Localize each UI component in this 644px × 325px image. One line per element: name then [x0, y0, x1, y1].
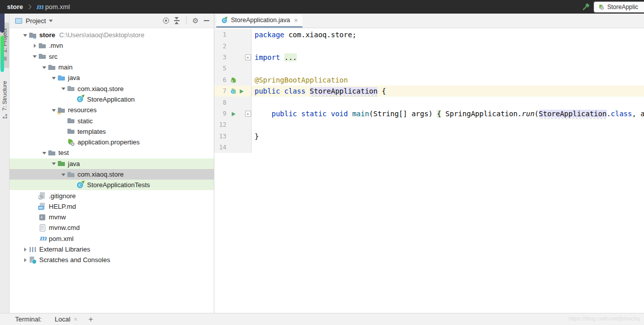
- collapse-arrow-icon[interactable]: [31, 53, 38, 60]
- tree-item-application-properties[interactable]: application.properties: [10, 137, 214, 147]
- tree-item-store[interactable]: storeC:\Users\xiaoq\Desktop\store: [10, 30, 214, 40]
- breadcrumb-file[interactable]: pom.xml: [35, 3, 70, 11]
- tree-item-storeapplicationtests[interactable]: StoreApplicationTests: [10, 180, 214, 190]
- close-tab-icon[interactable]: ×: [294, 17, 298, 24]
- close-terminal-tab-icon[interactable]: ×: [74, 316, 77, 323]
- settings-gear-icon[interactable]: [192, 17, 200, 25]
- folder-test-icon: [57, 159, 65, 168]
- scroll-pill-green[interactable]: [1, 36, 4, 72]
- line-number: 6: [214, 76, 226, 84]
- collapse-arrow-icon[interactable]: [50, 107, 57, 114]
- tree-item-com-xiaoq-store[interactable]: com.xiaoq.store: [10, 83, 214, 94]
- hide-panel-icon[interactable]: [203, 17, 211, 25]
- collapse-arrow-icon[interactable]: [22, 32, 29, 39]
- collapse-arrow-icon[interactable]: [41, 64, 48, 71]
- tree-item-label: Scratches and Consoles: [39, 256, 110, 264]
- project-panel-title[interactable]: Project: [26, 17, 46, 25]
- tree-item-label: StoreApplicationTests: [87, 181, 150, 189]
- collapse-arrow-icon[interactable]: [41, 149, 48, 156]
- tool-button-structure[interactable]: 7: Structure: [0, 77, 9, 124]
- tree-item-test[interactable]: test: [10, 147, 214, 158]
- code-line-7[interactable]: 7public class StoreApplication {: [214, 86, 644, 97]
- folder-source-icon: [57, 74, 65, 82]
- terminal-tab-local[interactable]: Local ×: [55, 315, 77, 323]
- package-icon: [67, 171, 75, 179]
- tree-item-label: java: [68, 74, 80, 82]
- collapse-arrow-icon[interactable]: [60, 85, 67, 92]
- terminal-label[interactable]: Terminal:: [15, 315, 42, 323]
- breadcrumb-project[interactable]: store: [7, 3, 23, 11]
- code-text: [252, 142, 644, 153]
- project-tree: storeC:\Users\xiaoq\Desktop\store.mvnsrc…: [10, 28, 214, 313]
- code-text: [252, 63, 644, 74]
- tree-item-scratches-and-consoles[interactable]: Scratches and Consoles: [10, 255, 214, 265]
- collapse-arrow-icon[interactable]: [60, 171, 67, 178]
- tree-item-storeapplication[interactable]: StoreApplication: [10, 94, 214, 105]
- collapse-all-icon[interactable]: [173, 17, 181, 25]
- folder-icon: [67, 127, 75, 135]
- code-text: [252, 40, 644, 51]
- tree-item--gitignore[interactable]: .gitignore: [10, 190, 214, 201]
- run-configuration-label: StoreApplic: [607, 4, 638, 11]
- tree-item-label: mvnw.cmd: [49, 224, 79, 231]
- watermark: https://blog.csdn.net/jlshachq: [569, 315, 640, 321]
- expand-arrow-icon[interactable]: [22, 258, 29, 262]
- collapse-arrow-icon[interactable]: [50, 160, 57, 167]
- tree-item-java[interactable]: java: [10, 158, 214, 169]
- tree-item-label: HELP.md: [49, 203, 76, 210]
- project-panel-header: Project: [10, 14, 214, 28]
- run-arrow-icon[interactable]: [238, 88, 245, 94]
- code-text: public class StoreApplication {: [252, 86, 644, 97]
- class-run-icon: [76, 181, 85, 189]
- code-line-13[interactable]: 13}: [214, 131, 644, 142]
- expand-arrow-icon[interactable]: [22, 248, 29, 252]
- scroll-pill-dark: [0, 14, 5, 33]
- expand-arrow-icon[interactable]: [31, 44, 38, 48]
- code-line-9[interactable]: 9 public static void main(String[] args)…: [214, 108, 644, 119]
- run-arrow-icon[interactable]: [230, 111, 236, 117]
- code-line-12[interactable]: 12: [214, 119, 644, 130]
- code-editor[interactable]: 1package com.xiaoq.store;23import ...56@…: [214, 28, 644, 313]
- new-terminal-button[interactable]: +: [89, 315, 93, 324]
- tree-item-external-libraries[interactable]: External Libraries: [10, 244, 214, 255]
- tree-item-java[interactable]: java: [10, 72, 214, 83]
- tree-item-static[interactable]: static: [10, 115, 214, 126]
- tree-item-help-md[interactable]: HELP.md: [10, 201, 214, 212]
- fold-marker-icon[interactable]: [245, 111, 251, 117]
- tree-item-pom-xml[interactable]: pom.xml: [10, 233, 214, 244]
- line-number: 12: [214, 121, 226, 128]
- code-line-2[interactable]: 2: [214, 40, 644, 51]
- code-line-5[interactable]: 5: [214, 63, 644, 74]
- project-panel: Project storeC:\Users\xiaoq\Desktop\stor…: [10, 14, 214, 313]
- tree-item-label: store: [39, 31, 55, 39]
- text-file-icon: [38, 224, 46, 232]
- structure-tool-label: 7: Structure: [2, 81, 8, 111]
- tree-item-src[interactable]: src: [10, 51, 214, 62]
- chevron-down-icon[interactable]: [49, 20, 53, 24]
- tree-item-main[interactable]: main: [10, 62, 214, 72]
- code-text: import ...: [252, 52, 644, 63]
- tree-item-com-xiaoq-store[interactable]: com.xiaoq.store: [10, 169, 214, 180]
- code-text: public static void main(String[] args) {…: [252, 108, 644, 119]
- tree-item-label: application.properties: [77, 138, 140, 146]
- tree-item--mvn[interactable]: .mvn: [10, 40, 214, 51]
- code-line-6[interactable]: 6@SpringBootApplication: [214, 74, 644, 86]
- code-text: [252, 119, 644, 130]
- tree-item-templates[interactable]: templates: [10, 126, 214, 137]
- gutter: 8: [214, 97, 252, 108]
- tree-item-label: src: [49, 53, 57, 60]
- build-hammer-icon[interactable]: [582, 2, 591, 13]
- code-line-3[interactable]: 3import ...: [214, 52, 644, 63]
- code-line-8[interactable]: 8: [214, 97, 644, 108]
- fold-marker-icon[interactable]: [245, 54, 251, 60]
- collapse-arrow-icon[interactable]: [50, 74, 57, 82]
- line-number: 1: [214, 31, 226, 38]
- code-line-1[interactable]: 1package com.xiaoq.store;: [214, 29, 644, 40]
- code-line-14[interactable]: 14: [214, 142, 644, 153]
- tree-item-mvnw-cmd[interactable]: mvnw.cmd: [10, 222, 214, 233]
- tree-item-mvnw[interactable]: mvnw: [10, 212, 214, 222]
- tree-item-resources[interactable]: resources: [10, 105, 214, 115]
- tab-storeapplication-java[interactable]: StoreApplication.java ×: [216, 14, 302, 28]
- run-configuration-select[interactable]: StoreApplic: [594, 2, 644, 13]
- locate-icon[interactable]: [162, 17, 170, 25]
